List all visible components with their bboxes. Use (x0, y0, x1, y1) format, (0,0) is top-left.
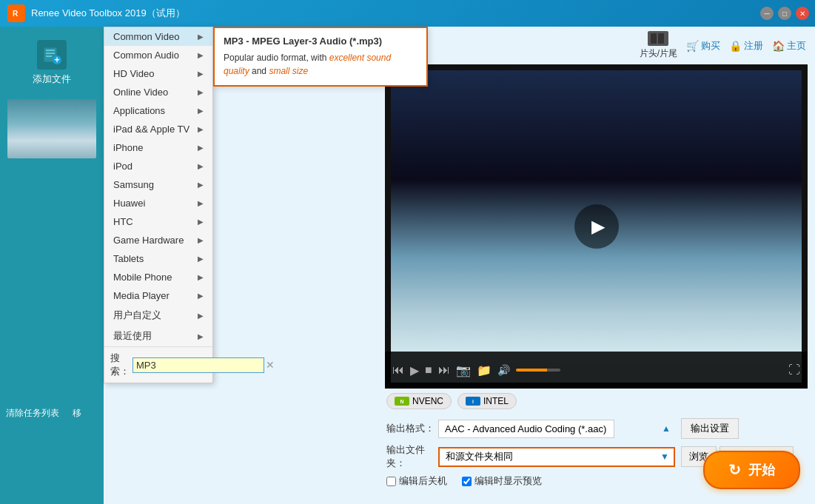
main-area: + 添加文件 Common Video ▶ Common Audio ▶ HD … (0, 27, 815, 504)
svg-rect-8 (651, 33, 657, 44)
video-controls: ⏮ ▶ ■ ⏭ 📷 📁 🔊 ⛶ (385, 352, 808, 389)
svg-rect-5 (46, 56, 52, 57)
format-tooltip: MP3 - MPEG Layer-3 Audio (*.mp3) Popular… (213, 27, 428, 87)
svg-rect-3 (46, 50, 55, 51)
tooltip-title: MP3 - MPEG Layer-3 Audio (*.mp3) (224, 36, 417, 47)
left-sidebar: + 添加文件 (0, 27, 104, 504)
clips-label: 片头/片尾 (640, 47, 677, 60)
preview-checkbox[interactable] (462, 477, 472, 486)
svg-rect-4 (46, 53, 55, 54)
output-settings-button[interactable]: 输出设置 (681, 418, 739, 439)
menu-item-tablets[interactable]: Tablets ▶ (104, 249, 212, 268)
arrow-icon: ▶ (198, 33, 204, 41)
volume-slider[interactable] (516, 369, 560, 372)
volume-icon: 🔊 (497, 364, 510, 376)
codec-row: N NVENC i INTEL (378, 389, 815, 414)
folder-button[interactable]: 📁 (477, 363, 492, 377)
add-file-button[interactable]: + 添加文件 (27, 34, 77, 92)
stop-button[interactable]: ■ (425, 363, 432, 377)
refresh-icon: ↻ (728, 461, 741, 479)
menu-item-common-audio[interactable]: Common Audio ▶ (104, 46, 212, 64)
search-label: 搜索： (110, 352, 130, 378)
app-title: Renee Video Toolbox 2019（试用） (31, 7, 185, 20)
menu-item-iphone[interactable]: iPhone ▶ (104, 138, 212, 157)
start-area: ↻ 开始 (378, 491, 815, 504)
menu-item-hd-video[interactable]: HD Video ▶ (104, 64, 212, 83)
menu-item-media-player[interactable]: Media Player ▶ (104, 286, 212, 305)
arrow-icon: ▶ (198, 107, 204, 115)
clear-tasks-button[interactable]: 清除任务列表 (0, 404, 65, 423)
menu-item-ipod[interactable]: iPod ▶ (104, 157, 212, 175)
menu-item-ipad[interactable]: iPad && Apple TV ▶ (104, 120, 212, 138)
minimize-button[interactable]: ─ (760, 7, 774, 20)
lock-icon: 🔒 (729, 40, 742, 52)
format-row: 输出格式： AAC - Advanced Audio Coding (*.aac… (386, 418, 806, 439)
add-file-icon: + (37, 40, 67, 70)
svg-text:R: R (13, 10, 19, 18)
fullscreen-button[interactable]: ⛶ (788, 363, 800, 377)
arrow-icon: ▶ (198, 199, 204, 207)
buy-button[interactable]: 🛒 购买 (686, 39, 720, 53)
folder-label: 输出文件夹： (386, 443, 438, 470)
menu-item-mobile-phone[interactable]: Mobile Phone ▶ (104, 268, 212, 286)
add-file-label: 添加文件 (33, 73, 71, 86)
clips-button[interactable]: 片头/片尾 (640, 31, 677, 60)
arrow-icon: ▶ (198, 218, 204, 226)
shutdown-checkbox-label[interactable]: 编辑后关机 (386, 474, 447, 488)
menu-item-common-video[interactable]: Common Video ▶ (104, 27, 212, 46)
title-bar: R Renee Video Toolbox 2019（试用） ─ □ ✕ (0, 0, 815, 27)
arrow-icon: ▶ (198, 88, 204, 96)
search-input[interactable] (133, 357, 264, 373)
home-icon: 🏠 (772, 40, 785, 52)
play-button[interactable]: ▶ (574, 204, 619, 249)
camera-button[interactable]: 📷 (456, 363, 471, 377)
menu-item-applications[interactable]: Applications ▶ (104, 101, 212, 120)
arrow-icon: ▶ (198, 70, 204, 78)
window-controls: ─ □ ✕ (760, 7, 809, 20)
arrow-icon: ▶ (198, 125, 204, 133)
search-row: 搜索： ✕ (104, 346, 212, 383)
skip-forward-button[interactable]: ⏭ (438, 363, 450, 377)
format-select[interactable]: AAC - Advanced Audio Coding (*.aac) (438, 420, 614, 438)
tooltip-desc: Popular audio format, with excellent sou… (224, 51, 417, 78)
folder-input[interactable] (440, 448, 674, 466)
arrow-icon: ▶ (198, 162, 204, 170)
cart-icon: 🛒 (686, 40, 699, 52)
search-clear-button[interactable]: ✕ (266, 359, 275, 371)
thumbnail-image (7, 99, 96, 158)
format-label: 输出格式： (386, 422, 438, 435)
shutdown-checkbox[interactable] (386, 477, 396, 486)
start-button[interactable]: ↻ 开始 (703, 451, 800, 489)
dropdown-menu: Common Video ▶ Common Audio ▶ HD Video ▶… (104, 27, 213, 383)
nvenc-button[interactable]: N NVENC (386, 393, 452, 409)
preview-checkbox-label[interactable]: 编辑时显示预览 (462, 474, 542, 488)
arrow-icon: ▶ (198, 255, 204, 263)
menu-item-game-hardware[interactable]: Game Hardware ▶ (104, 231, 212, 249)
arrow-icon: ▶ (198, 51, 204, 59)
video-frame: ▶ (391, 70, 802, 383)
skip-back-button[interactable]: ⏮ (392, 363, 404, 377)
maximize-button[interactable]: □ (778, 7, 791, 20)
intel-button[interactable]: i INTEL (457, 393, 517, 409)
dropdown-arrow-icon: ▼ (660, 451, 669, 462)
menu-item-htc[interactable]: HTC ▶ (104, 212, 212, 231)
video-preview: ▶ ⏮ ▶ ■ ⏭ 📷 📁 🔊 ⛶ (385, 64, 808, 389)
close-button[interactable]: ✕ (796, 7, 809, 20)
arrow-icon: ▶ (198, 292, 204, 300)
arrow-icon: ▶ (198, 312, 204, 320)
bottom-left-buttons: 清除任务列表 移 (0, 404, 87, 423)
arrow-icon: ▶ (198, 236, 204, 244)
menu-item-online-video[interactable]: Online Video ▶ (104, 83, 212, 101)
menu-item-custom[interactable]: 用户自定义 ▶ (104, 305, 212, 326)
svg-rect-9 (658, 33, 664, 44)
menu-item-samsung[interactable]: Samsung ▶ (104, 175, 212, 194)
register-button[interactable]: 🔒 注册 (729, 39, 763, 53)
menu-item-recent[interactable]: 最近使用 ▶ (104, 326, 212, 346)
video-thumbnail (7, 99, 96, 158)
play-pause-button[interactable]: ▶ (410, 363, 419, 377)
home-button[interactable]: 🏠 主页 (772, 39, 806, 53)
arrow-icon: ▶ (198, 144, 204, 152)
edit-button[interactable]: 移 (67, 404, 87, 423)
menu-item-huawei[interactable]: Huawei ▶ (104, 194, 212, 212)
folder-input-wrapper: ▼ (438, 447, 675, 467)
